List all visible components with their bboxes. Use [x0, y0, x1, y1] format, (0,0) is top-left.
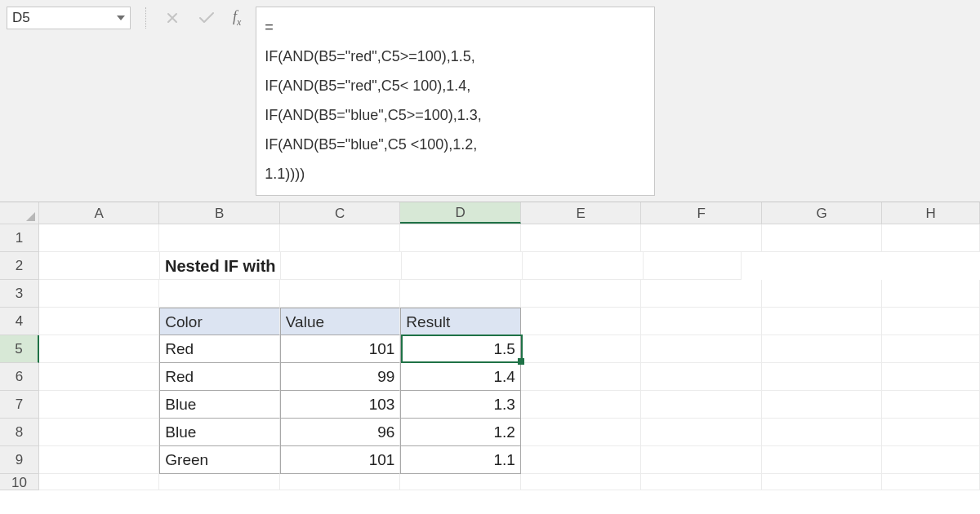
cell[interactable]	[39, 252, 160, 280]
cell-result[interactable]: 1.5	[400, 335, 521, 363]
cell-value[interactable]: 96	[280, 419, 401, 446]
cell[interactable]	[641, 280, 762, 308]
cell-color[interactable]: Red	[159, 363, 280, 391]
cell-color[interactable]: Red	[159, 335, 280, 363]
cell[interactable]	[39, 335, 160, 363]
cell[interactable]	[523, 252, 644, 280]
cell-color[interactable]: Blue	[159, 391, 280, 419]
cell[interactable]	[882, 335, 980, 363]
cell[interactable]	[39, 446, 160, 474]
cell[interactable]	[39, 308, 160, 335]
cell[interactable]	[39, 474, 160, 490]
cell[interactable]	[641, 419, 762, 446]
cell-color[interactable]: Green	[159, 446, 280, 474]
cell[interactable]	[641, 446, 762, 474]
row-header[interactable]: 2	[0, 252, 39, 280]
cell[interactable]	[641, 308, 762, 335]
cell[interactable]	[641, 391, 762, 419]
cancel-icon[interactable]	[164, 10, 180, 26]
cell-value[interactable]: 103	[280, 391, 401, 419]
cell[interactable]	[159, 224, 280, 252]
chevron-down-icon[interactable]	[117, 16, 125, 20]
cell[interactable]	[280, 474, 401, 490]
col-header[interactable]: F	[641, 202, 762, 224]
cell[interactable]	[641, 224, 762, 252]
cell-result[interactable]: 1.2	[400, 419, 521, 446]
cell[interactable]	[39, 224, 160, 252]
cell-result[interactable]: 1.3	[400, 391, 521, 419]
col-header[interactable]: C	[280, 202, 401, 224]
col-header[interactable]: A	[39, 202, 160, 224]
cell[interactable]	[159, 474, 280, 490]
name-box[interactable]: D5	[7, 7, 131, 29]
cell[interactable]	[521, 391, 642, 419]
col-header[interactable]: B	[159, 202, 280, 224]
cell[interactable]	[400, 280, 521, 308]
cell[interactable]	[159, 280, 280, 308]
cell[interactable]	[641, 363, 762, 391]
cell[interactable]	[521, 280, 642, 308]
cell[interactable]	[400, 474, 521, 490]
cell[interactable]	[39, 280, 160, 308]
col-header[interactable]: H	[882, 202, 980, 224]
cell[interactable]	[882, 391, 980, 419]
cell[interactable]	[762, 474, 883, 490]
cell[interactable]	[39, 363, 160, 391]
table-header-color[interactable]: Color	[159, 308, 280, 335]
cell[interactable]	[762, 446, 883, 474]
cell[interactable]	[400, 224, 521, 252]
cell[interactable]	[281, 252, 402, 280]
formula-input[interactable]: = IF(AND(B5="red",C5>=100),1.5, IF(AND(B…	[256, 7, 655, 196]
cell[interactable]	[521, 446, 642, 474]
cell-color[interactable]: Blue	[159, 419, 280, 446]
cell[interactable]	[882, 224, 980, 252]
cell[interactable]	[280, 280, 401, 308]
row-header[interactable]: 6	[0, 363, 39, 391]
cell[interactable]	[882, 446, 980, 474]
cell[interactable]	[762, 224, 883, 252]
cell[interactable]	[641, 335, 762, 363]
col-header[interactable]: D	[400, 202, 521, 224]
enter-check-icon[interactable]	[198, 10, 215, 26]
select-all-corner[interactable]	[0, 202, 39, 224]
row-header[interactable]: 9	[0, 446, 39, 474]
cell[interactable]	[762, 419, 883, 446]
cell-value[interactable]: 101	[280, 446, 401, 474]
cell-result[interactable]: 1.1	[400, 446, 521, 474]
cell[interactable]	[521, 335, 642, 363]
cell[interactable]	[521, 224, 642, 252]
cell[interactable]	[882, 419, 980, 446]
cell[interactable]	[762, 335, 883, 363]
row-header[interactable]: 8	[0, 419, 39, 446]
cell[interactable]	[644, 252, 742, 280]
cell[interactable]	[762, 280, 883, 308]
cell[interactable]	[402, 252, 523, 280]
sheet-title[interactable]: Nested IF with multiple AND	[160, 252, 281, 280]
cell-value[interactable]: 99	[280, 363, 401, 391]
cell[interactable]	[641, 474, 762, 490]
col-header[interactable]: G	[762, 202, 883, 224]
cell[interactable]	[521, 419, 642, 446]
row-header[interactable]: 1	[0, 224, 39, 252]
row-header[interactable]: 7	[0, 391, 39, 419]
cell[interactable]	[280, 224, 401, 252]
cell[interactable]	[762, 363, 883, 391]
row-header[interactable]: 10	[0, 474, 39, 490]
table-header-result[interactable]: Result	[400, 308, 521, 335]
cell[interactable]	[521, 474, 642, 490]
cell[interactable]	[521, 363, 642, 391]
cell[interactable]	[882, 363, 980, 391]
spreadsheet-grid[interactable]: A B C D E F G H 1 2 Nested IF with multi…	[0, 202, 980, 490]
cell[interactable]	[882, 280, 980, 308]
row-header[interactable]: 4	[0, 308, 39, 335]
col-header[interactable]: E	[521, 202, 642, 224]
cell[interactable]	[762, 391, 883, 419]
cell[interactable]	[39, 419, 160, 446]
cell[interactable]	[762, 308, 883, 335]
fx-icon[interactable]: fx	[233, 8, 241, 29]
row-header[interactable]: 3	[0, 280, 39, 308]
cell[interactable]	[521, 308, 642, 335]
cell[interactable]	[882, 474, 980, 490]
cell[interactable]	[39, 391, 160, 419]
row-header[interactable]: 5	[0, 335, 39, 363]
